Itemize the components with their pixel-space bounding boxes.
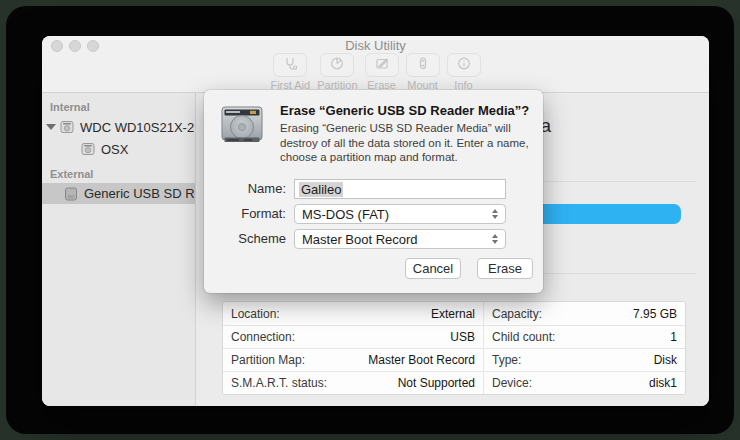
name-label: Name: [204,179,286,199]
toolbar: First Aid Partition [42,53,709,91]
screen-background: Disk Utility First Aid [6,6,734,434]
info-label: Child count: [492,330,555,344]
scheme-select[interactable]: Master Boot Record [294,229,506,249]
sidebar-section-internal: Internal [42,101,195,113]
partition-button[interactable] [320,53,354,77]
sidebar: Internal WDC WD10S21X-2... OSX External [42,93,196,406]
sd-reader-icon [64,187,78,201]
info-button[interactable] [447,53,481,77]
info-label: S.M.A.R.T. status: [231,376,327,390]
sidebar-item-wdc-disk[interactable]: WDC WD10S21X-2... [42,116,195,138]
disk-info-table: Location:External Capacity:7.95 GB Conne… [222,301,686,395]
chevron-updown-icon [492,234,498,244]
hard-drive-icon [220,102,264,150]
info-value: 1 [670,330,677,344]
disk-utility-window: Disk Utility First Aid [42,36,709,406]
format-label: Format: [204,204,286,224]
chevron-updown-icon [492,209,498,219]
info-value: Disk [654,353,677,367]
table-row: Connection:USB Child count:1 [223,325,685,348]
scheme-select-value: Master Boot Record [302,232,492,247]
info-value: External [431,307,475,321]
format-select-value: MS-DOS (FAT) [302,207,492,222]
info-label: Capacity: [492,307,542,321]
sidebar-item-osx-volume[interactable]: OSX [42,138,195,160]
mount-button[interactable] [406,53,440,77]
internal-drive-icon [60,120,74,134]
erase-pencil-icon [374,55,390,75]
erase-dialog: Erase “Generic USB SD Reader Media”? Era… [204,90,543,293]
scheme-label: Scheme [204,229,286,249]
dialog-body-text: Erasing “Generic USB SD Reader Media” wi… [280,121,537,165]
cancel-button[interactable]: Cancel [405,258,461,279]
sidebar-item-label: OSX [101,142,128,157]
mount-capsule-icon [415,55,431,75]
partition-pie-icon [329,55,345,75]
erase-confirm-button[interactable]: Erase [477,258,533,279]
name-input[interactable]: Galileo [294,179,506,199]
name-input-value: Galileo [299,182,343,197]
dialog-title: Erase “Generic USB SD Reader Media”? [280,103,532,118]
titlebar: Disk Utility First Aid [42,36,709,93]
disclosure-triangle-icon[interactable] [46,124,56,130]
volume-drive-icon [81,142,95,156]
info-label: Location: [231,307,280,321]
stethoscope-icon [282,55,298,75]
info-value: USB [450,330,475,344]
sidebar-section-external: External [42,168,195,180]
info-label: Device: [492,376,532,390]
info-label: Partition Map: [231,353,305,367]
window-title: Disk Utility [42,38,709,53]
info-value: Master Boot Record [368,353,475,367]
sidebar-item-label: WDC WD10S21X-2... [80,120,195,135]
table-row: Partition Map:Master Boot Record Type:Di… [223,348,685,371]
first-aid-button[interactable] [273,53,307,77]
sidebar-item-label: Generic USB SD R... [84,186,195,201]
sidebar-item-generic-usb[interactable]: Generic USB SD R... [42,183,195,204]
info-value: Not Supported [398,376,475,390]
format-select[interactable]: MS-DOS (FAT) [294,204,506,224]
table-row: Location:External Capacity:7.95 GB [223,302,685,325]
table-row: S.M.A.R.T. status:Not Supported Device:d… [223,371,685,394]
erase-toolbar-button[interactable] [365,53,399,77]
info-value: disk1 [649,376,677,390]
info-icon [456,55,472,75]
info-value: 7.95 GB [633,307,677,321]
info-label: Type: [492,353,521,367]
info-label: Connection: [231,330,295,344]
